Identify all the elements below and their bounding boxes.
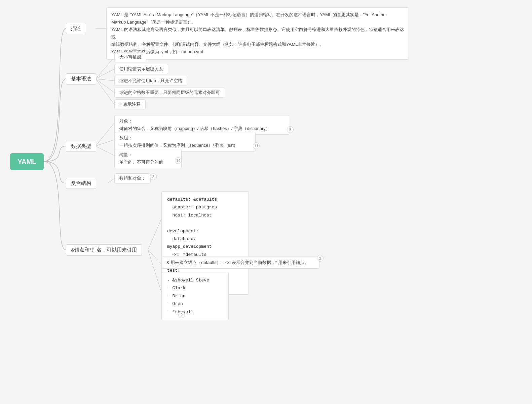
code-line-5: database: myapp_development: [167, 235, 243, 251]
datatype-scalar: 纯量： 单个的、不可再分的值: [114, 149, 182, 168]
svg-line-12: [148, 250, 161, 292]
badge-14: 14: [175, 157, 182, 164]
basic-item-5: # 表示注释: [114, 99, 146, 109]
svg-line-1: [96, 57, 114, 79]
basic-item-4: 缩进的空格数不重要，只要相同层级的元素对齐即可: [114, 88, 225, 98]
list-line-5: - *showell: [167, 308, 223, 316]
branch-jibenyufa: 基本语法: [66, 73, 96, 85]
code-line-2: adapter: postgres: [167, 203, 243, 211]
connectors-svg: [0, 0, 532, 404]
code-line-1: defaults: &defaults: [167, 196, 243, 203]
list-line-1: - &showell Steve: [167, 276, 223, 284]
svg-line-2: [96, 69, 114, 79]
badge-8: 8: [287, 126, 294, 133]
branch-maodian: &锚点和*别名，可以用来引用: [66, 244, 142, 256]
badge-2-note: 2: [317, 255, 324, 262]
desc-line-3: YAML 的语法和其他高级语言类似，并且可以简单表达清单、散列表、标量等数据形态…: [111, 26, 404, 41]
desc-content: YAML 是 "YAML Ain't a Markup Language"（YA…: [106, 7, 409, 60]
branch-shujuleixing: 数据类型: [66, 141, 96, 152]
scalar-title: 纯量：: [119, 151, 177, 159]
compound-item: 数组和对象：: [114, 173, 151, 183]
array-title: 数组：: [119, 134, 251, 142]
desc-line-2: Markup Language"（仍是一种标记语言）。: [111, 19, 404, 26]
svg-line-7: [96, 140, 114, 146]
code-line-3: host: localhost: [167, 211, 243, 219]
badge-2-list: 2: [178, 311, 185, 318]
svg-line-11: [148, 250, 161, 264]
basic-item-1: 大小写敏感: [114, 52, 146, 62]
root-node: YAML: [10, 153, 44, 170]
list-line-4: - Oren: [167, 300, 223, 308]
svg-line-3: [96, 79, 114, 81]
array-desc: 一组按次序排列的值，又称为序列（sequence）/ 列表（list）: [119, 142, 251, 149]
anchor-list: - &showell Steve - Clark - Brian - Oren …: [161, 272, 229, 320]
basic-item-2: 使用缩进表示层级关系: [114, 64, 168, 74]
desc-line-4: 编辑数据结构、各种配置文件、倾印调试内容、文件大纲（例如：许多电子邮件标题格式和…: [111, 41, 404, 48]
mindmap-container: YAML 描述 YAML 是 "YAML Ain't a Markup Lang…: [0, 0, 532, 404]
branch-miaoshu: 描述: [66, 23, 86, 34]
list-line-2: - Clark: [167, 284, 223, 292]
list-line-3: - Brian: [167, 292, 223, 300]
branch-fuhe: 复合结构: [66, 178, 96, 189]
code-line-4: development:: [167, 227, 243, 235]
root-label: YAML: [18, 158, 36, 166]
desc-line-5: YAML 的配置文件后缀为 .yml，如：runoob.yml: [111, 48, 404, 56]
anchor-note: & 用来建立锚点（defaults），<< 表示合并到当前数据，* 用来引用锚点…: [161, 257, 319, 269]
basic-item-3: 缩进不允许使用tab，只允许空格: [114, 76, 187, 86]
object-title: 对象：: [119, 117, 284, 125]
svg-line-9: [108, 178, 114, 183]
badge-11: 11: [253, 142, 260, 149]
badge-3: 3: [150, 173, 157, 180]
svg-line-8: [96, 146, 114, 156]
svg-line-10: [148, 219, 161, 250]
svg-line-4: [96, 79, 114, 93]
svg-line-6: [96, 123, 114, 146]
svg-line-5: [96, 79, 114, 104]
code-line-blank-1: [167, 219, 243, 227]
object-desc: 键值对的集合，又称为映射（mapping）/ 哈希（hashes）/ 字典（di…: [119, 125, 284, 132]
desc-line-1: YAML 是 "YAML Ain't a Markup Language"（YA…: [111, 11, 404, 19]
anchor-note-text: & 用来建立锚点（defaults），<< 表示合并到当前数据，* 用来引用锚点…: [166, 260, 309, 265]
scalar-desc: 单个的、不可再分的值: [119, 159, 177, 166]
